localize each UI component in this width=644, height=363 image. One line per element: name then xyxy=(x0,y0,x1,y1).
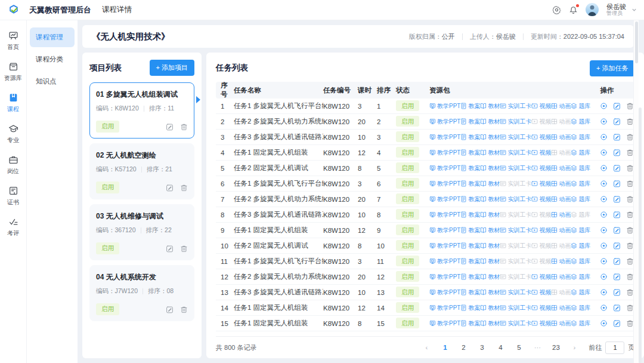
next-page-button[interactable]: › xyxy=(569,344,579,351)
resource-link-视频[interactable]: 视频 xyxy=(531,180,551,188)
resource-link-题库[interactable]: 题库 xyxy=(571,149,590,157)
add-project-button[interactable]: + 添加项目 xyxy=(150,60,194,76)
user-info[interactable]: 侯岳骏 管理员 xyxy=(606,3,626,17)
resource-link-教案[interactable]: 教案 xyxy=(460,273,480,281)
edit-icon[interactable] xyxy=(613,226,621,234)
chevron-down-icon[interactable] xyxy=(631,7,637,13)
resource-link-教案[interactable]: 教案 xyxy=(460,211,480,219)
resource-link-教学PPT[interactable]: 教学PPT xyxy=(429,257,460,266)
resource-link-实训工卡[interactable]: 实训工卡 xyxy=(500,102,531,110)
page-button-4[interactable]: 4 xyxy=(496,344,505,351)
resource-link-实训工卡[interactable]: 实训工卡 xyxy=(500,195,531,204)
resource-link-题库[interactable]: 题库 xyxy=(571,133,590,141)
resource-link-教材[interactable]: 教材 xyxy=(480,257,500,266)
user-avatar[interactable] xyxy=(586,3,599,16)
edit-icon[interactable] xyxy=(613,288,621,296)
resource-link-题库[interactable]: 题库 xyxy=(571,180,590,188)
submenu-item-课程管理[interactable]: 课程管理 xyxy=(30,27,75,47)
view-icon[interactable] xyxy=(600,273,608,281)
resource-link-教学PPT[interactable]: 教学PPT xyxy=(429,304,460,312)
resource-link-题库[interactable]: 题库 xyxy=(571,257,590,266)
edit-icon[interactable] xyxy=(166,245,174,253)
resource-link-实训工卡[interactable]: 实训工卡 xyxy=(500,149,531,157)
view-icon[interactable] xyxy=(600,149,608,156)
resource-link-视频[interactable]: 视频 xyxy=(531,149,551,157)
resource-link-实训工卡[interactable]: 实训工卡 xyxy=(500,304,531,312)
resource-link-教材[interactable]: 教材 xyxy=(480,211,500,219)
project-card-03[interactable]: 03 无人机维修与调试编码：367120排序：22启用 xyxy=(89,204,194,260)
table-scrollbar[interactable] xyxy=(639,107,642,363)
resource-link-教材[interactable]: 教材 xyxy=(480,102,500,110)
sidebar-item-岗位[interactable]: 岗位 xyxy=(0,149,26,180)
resource-link-动画[interactable]: 动画 xyxy=(551,133,571,141)
project-card-02[interactable]: 02 无人机航空测绘编码：K57120排序：21启用 xyxy=(89,143,194,199)
page-button-5[interactable]: 5 xyxy=(514,344,524,351)
resource-link-实训工卡[interactable]: 实训工卡 xyxy=(500,118,531,126)
resource-link-教案[interactable]: 教案 xyxy=(460,149,480,157)
resource-link-教材[interactable]: 教材 xyxy=(480,180,500,188)
resource-link-教学PPT[interactable]: 教学PPT xyxy=(429,211,460,219)
resource-link-视频[interactable]: 视频 xyxy=(531,304,551,312)
resource-link-教材[interactable]: 教材 xyxy=(480,226,500,235)
project-card-01[interactable]: 01 多旋翼无人机组装调试编码：K8W120排序：11启用 xyxy=(89,82,194,139)
resource-link-教材[interactable]: 教材 xyxy=(480,242,500,250)
sidebar-item-考评[interactable]: 考评 xyxy=(0,211,26,242)
prev-page-button[interactable]: ‹ xyxy=(422,344,431,351)
resource-link-教案[interactable]: 教案 xyxy=(460,133,480,141)
resource-link-动画[interactable]: 动画 xyxy=(551,273,571,281)
edit-icon[interactable] xyxy=(166,184,174,192)
view-icon[interactable] xyxy=(600,211,608,219)
resource-link-题库[interactable]: 题库 xyxy=(571,102,590,110)
settings-gear-icon[interactable] xyxy=(552,5,561,14)
resource-link-动画[interactable]: 动画 xyxy=(551,319,571,328)
sidebar-item-专业[interactable]: 专业 xyxy=(0,118,26,149)
edit-icon[interactable] xyxy=(613,242,621,250)
resource-link-教学PPT[interactable]: 教学PPT xyxy=(429,180,460,188)
resource-link-教案[interactable]: 教案 xyxy=(460,257,480,266)
resource-link-教材[interactable]: 教材 xyxy=(480,195,500,204)
resource-link-教学PPT[interactable]: 教学PPT xyxy=(429,149,460,157)
view-icon[interactable] xyxy=(600,195,608,203)
page-button-1[interactable]: 1 xyxy=(440,344,450,351)
resource-link-教学PPT[interactable]: 教学PPT xyxy=(429,288,460,297)
resource-link-教材[interactable]: 教材 xyxy=(480,118,500,126)
resource-link-视频[interactable]: 视频 xyxy=(531,164,551,173)
edit-icon[interactable] xyxy=(613,195,621,203)
resource-link-教材[interactable]: 教材 xyxy=(480,319,500,328)
edit-icon[interactable] xyxy=(613,319,621,327)
view-icon[interactable] xyxy=(600,319,608,327)
view-icon[interactable] xyxy=(600,226,608,234)
resource-link-动画[interactable]: 动画 xyxy=(551,211,571,219)
resource-link-教材[interactable]: 教材 xyxy=(480,273,500,281)
view-icon[interactable] xyxy=(600,304,608,312)
resource-link-视频[interactable]: 视频 xyxy=(531,102,551,110)
resource-link-教材[interactable]: 教材 xyxy=(480,304,500,312)
resource-link-教材[interactable]: 教材 xyxy=(480,149,500,157)
edit-icon[interactable] xyxy=(613,257,621,265)
resource-link-视频[interactable]: 视频 xyxy=(531,195,551,204)
resource-link-教案[interactable]: 教案 xyxy=(460,102,480,110)
resource-link-教学PPT[interactable]: 教学PPT xyxy=(429,118,460,126)
resource-link-教学PPT[interactable]: 教学PPT xyxy=(429,226,460,235)
resource-link-题库[interactable]: 题库 xyxy=(571,242,590,250)
resource-link-视频[interactable]: 视频 xyxy=(531,273,551,281)
browser-scrollbar[interactable] xyxy=(633,20,639,363)
resource-link-教案[interactable]: 教案 xyxy=(460,226,480,235)
resource-link-教案[interactable]: 教案 xyxy=(460,164,480,173)
scrollbar-thumb[interactable] xyxy=(635,21,638,63)
app-logo[interactable] xyxy=(0,4,27,16)
resource-link-实训工卡[interactable]: 实训工卡 xyxy=(500,226,531,235)
submenu-item-课程分类[interactable]: 课程分类 xyxy=(30,50,75,69)
edit-icon[interactable] xyxy=(613,304,621,312)
resource-link-动画[interactable]: 动画 xyxy=(551,257,571,266)
resource-link-教学PPT[interactable]: 教学PPT xyxy=(429,164,460,173)
resource-link-动画[interactable]: 动画 xyxy=(551,180,571,188)
edit-icon[interactable] xyxy=(613,211,621,219)
sidebar-item-首页[interactable]: 首页 xyxy=(0,25,26,56)
delete-icon[interactable] xyxy=(180,184,188,192)
notification-bell-icon[interactable] xyxy=(569,5,578,14)
resource-link-教材[interactable]: 教材 xyxy=(480,288,500,297)
resource-link-题库[interactable]: 题库 xyxy=(571,319,590,328)
resource-link-题库[interactable]: 题库 xyxy=(571,273,590,281)
page-button-2[interactable]: 2 xyxy=(459,344,468,351)
